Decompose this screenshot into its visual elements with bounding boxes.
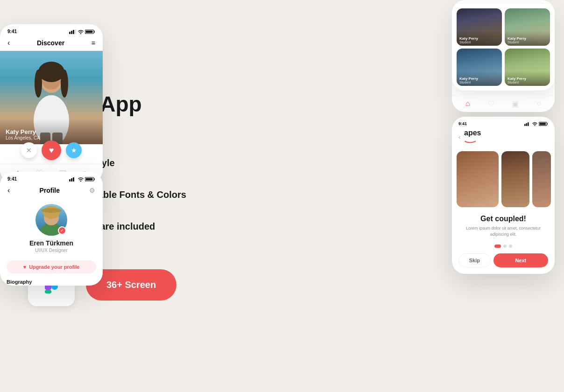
svg-rect-8: [75, 29, 76, 34]
svg-rect-32: [528, 122, 529, 126]
svg-rect-20: [69, 179, 70, 182]
grid-sub-3: Student: [459, 81, 499, 84]
ob-dot-3: [509, 245, 512, 248]
dislike-button[interactable]: ✕: [21, 142, 37, 158]
ob-logo-text: apes: [464, 129, 481, 137]
grid-sub-4: Student: [508, 81, 547, 84]
ob-status-bar: 9:41: [452, 117, 555, 128]
ob-battery-icon: [539, 122, 548, 126]
menu-icon-discover[interactable]: ≡: [92, 39, 95, 47]
superlike-button[interactable]: ★: [66, 142, 82, 158]
signal-icons-profile: [69, 177, 95, 182]
svg-rect-22: [73, 177, 74, 182]
svg-point-16: [61, 70, 68, 98]
grid-photo-4[interactable]: Katy Perry Student: [505, 49, 550, 86]
battery-icon-p: [85, 177, 95, 182]
discover-title: Discover: [37, 39, 64, 47]
status-time-profile: 9:41: [7, 176, 17, 182]
ob-photos-row: [452, 148, 555, 210]
svg-rect-25: [86, 178, 93, 180]
signal-icon-p: [69, 177, 77, 182]
status-bar-profile: 9:41: [0, 172, 103, 184]
grid-photo-3[interactable]: Katy Perry Student: [457, 49, 502, 86]
grid-photo-caption-1: Katy Perry Student: [457, 31, 502, 46]
grid-name-1: Katy Perry: [459, 36, 499, 41]
ob-signal-icon: [524, 122, 531, 126]
back-icon-profile[interactable]: ‹: [7, 186, 10, 195]
ob-status-time: 9:41: [458, 121, 467, 126]
ob-dot-1: [494, 245, 501, 248]
profile-title: Profile: [39, 187, 60, 194]
bio-section-label: Biography: [0, 277, 103, 286]
photo-grid-card: Katy Perry Student Katy Perry Student Ka…: [452, 0, 555, 112]
grid-photo-2[interactable]: Katy Perry Student: [505, 8, 550, 46]
avatar-wrap: ✓: [35, 204, 67, 236]
action-buttons: ✕ ♥ ★: [0, 137, 103, 164]
profile-avatar-area: ✓ Eren Türkmen UI/UX Designer: [0, 198, 103, 257]
upgrade-label: Upgrade your profile: [29, 264, 79, 270]
grid-photo-caption-3: Katy Perry Student: [457, 71, 502, 86]
ob-logo-smile-icon: [464, 140, 476, 144]
ob-photo-side-1: [501, 151, 529, 207]
svg-point-23: [80, 180, 81, 181]
grid-nav-msg[interactable]: ▣: [512, 99, 519, 108]
svg-point-15: [35, 70, 42, 98]
profile-person-role: UI/UX Designer: [35, 248, 67, 253]
svg-rect-6: [71, 31, 72, 34]
wifi-icon: [78, 29, 84, 34]
grid-sub-2: Student: [508, 41, 547, 44]
next-button[interactable]: Next: [494, 253, 548, 267]
ob-dot-2: [503, 245, 507, 248]
svg-rect-21: [71, 178, 72, 182]
profile-card-image: Katy Perry Los Angeles, CA: [0, 51, 103, 144]
ob-back-icon[interactable]: ‹: [458, 134, 460, 140]
ob-wifi-icon: [532, 122, 537, 126]
card-person-name: Katy Perry: [6, 128, 97, 135]
ob-actions: Skip Next: [452, 251, 555, 274]
ob-title: Get coupled!: [458, 215, 548, 223]
grid-sub-1: Student: [459, 41, 499, 44]
photo-grid: Katy Perry Student Katy Perry Student Ka…: [452, 4, 555, 91]
ob-photo-main: [457, 151, 499, 207]
signal-icon: [69, 29, 77, 34]
skip-button[interactable]: Skip: [458, 253, 491, 267]
ob-header: ‹ apes: [452, 128, 555, 148]
svg-rect-5: [69, 32, 70, 34]
upgrade-heart-icon: ♥: [23, 264, 27, 270]
ob-photo-side-2: [532, 151, 551, 207]
right-column: Katy Perry Student Katy Perry Student Ka…: [452, 0, 555, 274]
phone-onboarding: 9:41 ‹: [452, 117, 555, 274]
profile-person-name: Eren Türkmen: [29, 239, 73, 247]
ob-logo: apes: [464, 129, 481, 146]
grid-name-4: Katy Perry: [508, 77, 547, 81]
grid-name-2: Katy Perry: [508, 36, 547, 41]
svg-point-9: [80, 33, 81, 34]
grid-name-3: Katy Perry: [459, 77, 499, 81]
svg-rect-7: [73, 30, 74, 34]
grid-photo-caption-2: Katy Perry Student: [505, 31, 550, 46]
phone-discover: 9:41 ‹ Discover ≡: [0, 24, 103, 183]
status-bar-discover: 9:41: [0, 24, 103, 37]
grid-nav-profile[interactable]: ○: [536, 99, 541, 108]
like-button[interactable]: ♥: [42, 140, 61, 160]
status-time-discover: 9:41: [7, 29, 17, 34]
svg-rect-35: [539, 123, 546, 125]
svg-point-14: [38, 62, 64, 82]
svg-rect-3: [45, 290, 51, 294]
svg-point-33: [534, 125, 535, 126]
discover-header: ‹ Discover ≡: [0, 37, 103, 51]
back-icon-discover[interactable]: ‹: [7, 39, 10, 47]
upgrade-button[interactable]: ♥ Upgrade your profile: [7, 260, 96, 273]
gear-icon-profile[interactable]: ⚙: [89, 187, 95, 194]
profile-header: ‹ Profile ⚙: [0, 184, 103, 198]
svg-rect-11: [86, 30, 93, 33]
grid-photo-1[interactable]: Katy Perry Student: [457, 8, 502, 46]
grid-nav-home[interactable]: ⌂: [465, 99, 470, 108]
ob-content: Get coupled! Lorem ipsum dolor sit amet,…: [452, 210, 555, 242]
avatar-verified-badge: ✓: [58, 226, 66, 235]
phone-profile: 9:41 ‹ Profile ⚙: [0, 172, 103, 286]
signal-icons-discover: [69, 29, 95, 34]
ob-description: Lorem ipsum dolor sit amet, consectetur …: [458, 225, 548, 237]
wifi-icon-p: [78, 177, 84, 182]
grid-nav-heart[interactable]: ♡: [488, 99, 494, 108]
